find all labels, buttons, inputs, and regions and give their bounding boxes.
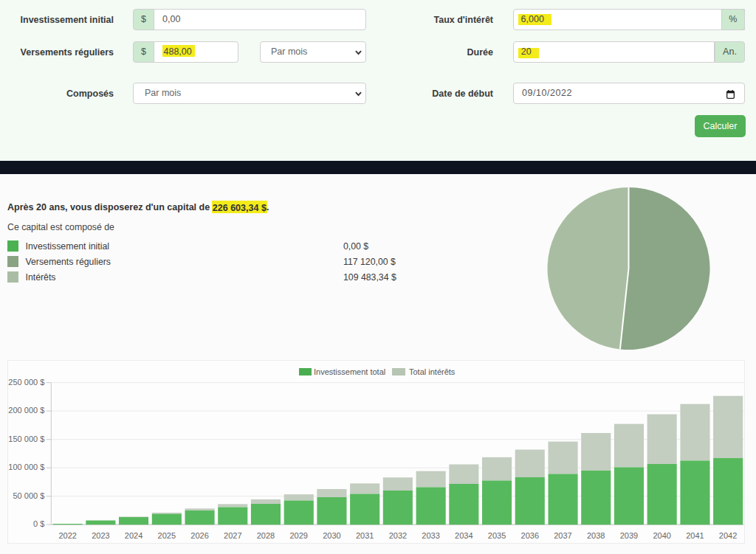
svg-text:2030: 2030: [323, 531, 340, 540]
svg-text:2042: 2042: [719, 531, 737, 540]
svg-text:2034: 2034: [455, 531, 472, 540]
svg-text:200 000 $: 200 000 $: [8, 406, 44, 415]
svg-text:2027: 2027: [224, 531, 241, 540]
svg-text:2023: 2023: [92, 531, 109, 540]
svg-text:2037: 2037: [554, 531, 571, 540]
svg-text:2041: 2041: [686, 531, 704, 540]
svg-text:2029: 2029: [289, 531, 307, 540]
svg-text:2025: 2025: [158, 531, 176, 540]
svg-text:250 000 $: 250 000 $: [8, 378, 44, 387]
svg-text:2033: 2033: [422, 531, 439, 540]
svg-text:2022: 2022: [58, 531, 76, 540]
svg-text:2036: 2036: [521, 531, 539, 540]
svg-text:2028: 2028: [257, 531, 275, 540]
svg-text:2040: 2040: [653, 531, 670, 540]
svg-text:100 000 $: 100 000 $: [8, 463, 44, 471]
svg-text:2026: 2026: [190, 531, 208, 540]
svg-text:2024: 2024: [125, 531, 142, 540]
svg-text:50 000 $: 50 000 $: [13, 491, 44, 500]
svg-text:2032: 2032: [389, 531, 407, 540]
svg-text:2031: 2031: [356, 531, 374, 540]
svg-text:150 000 $: 150 000 $: [8, 434, 44, 443]
svg-text:2035: 2035: [488, 531, 506, 540]
svg-text:0 $: 0 $: [33, 519, 44, 528]
svg-text:2038: 2038: [587, 531, 605, 540]
svg-text:2039: 2039: [620, 531, 638, 540]
